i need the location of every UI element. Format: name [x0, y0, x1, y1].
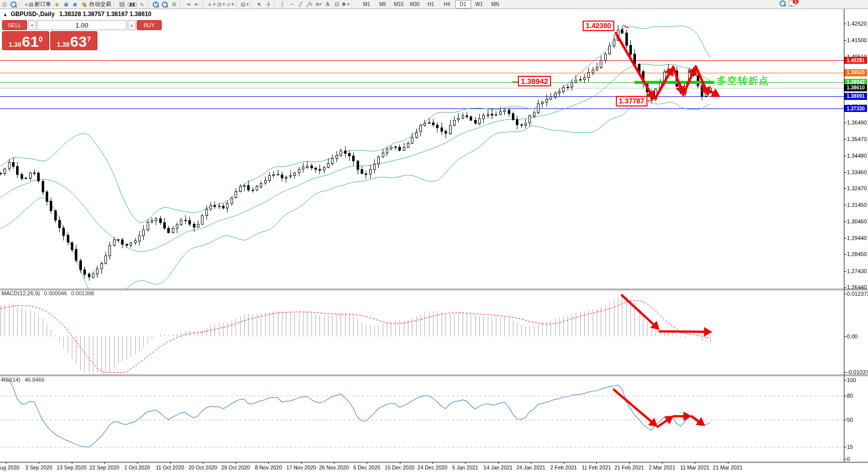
- buy-price-sup: 7: [87, 32, 91, 47]
- auto-scroll-icon[interactable]: ⇥: [183, 1, 192, 8]
- timeframe-group: M1M5M15M30H1H4D1W1MN: [359, 0, 503, 9]
- toolbar-separator: [19, 1, 22, 8]
- price-axis-tick: 1.28450: [847, 251, 867, 257]
- main-toolbar: ◫ ＋▤ 新订单 ◆ ▣ ◉ ⬢● 自动交易 ||| ◨◧ ∿ + − ⊞ ⇥ …: [0, 0, 868, 9]
- tile-windows-icon[interactable]: ⊞: [169, 1, 178, 8]
- date-axis-label: 15 Dec 2020: [385, 464, 415, 470]
- arrows-dropdown-icon[interactable]: ✥▼: [341, 1, 350, 8]
- macd-signal-value: 0.001398: [71, 290, 94, 296]
- timeframe-button-m30[interactable]: M30: [407, 0, 423, 9]
- date-axis-label: 29 Oct 2020: [221, 464, 250, 470]
- timeframe-button-m15[interactable]: M15: [391, 0, 407, 9]
- templates-dropdown-icon[interactable]: ▱▼: [226, 1, 235, 8]
- metaeditor-icon[interactable]: ◆: [52, 1, 61, 8]
- date-axis-label: 14 Jan 2021: [484, 464, 513, 470]
- zoom-out-icon[interactable]: −: [160, 1, 169, 8]
- date-axis-label: 22 Sep 2020: [89, 464, 120, 470]
- toolbar-separator: [147, 1, 150, 8]
- date-axis-label: 26 Nov 2020: [319, 464, 349, 470]
- fibonacci-icon[interactable]: ≋F: [314, 1, 323, 8]
- chart-ohlc-values: 1.38328 1.38757 1.38167 1.38610: [59, 11, 152, 18]
- rsi-scale-label: 50: [847, 417, 853, 423]
- periods-dropdown-icon[interactable]: ◷▼: [216, 1, 226, 8]
- price-axis-tick: 1.29440: [847, 235, 867, 241]
- price-chart-canvas[interactable]: [0, 0, 868, 473]
- price-axis-tick: 1.35470: [847, 136, 867, 142]
- chart-shift-icon[interactable]: ⇤: [192, 1, 201, 8]
- one-click-trading-panel: SELL ▼ ▲ BUY 1.38 61 0 1.38 63 7: [2, 20, 97, 50]
- chart-window-icon[interactable]: ◫: [0, 1, 9, 8]
- price-level-badge: 1.38610: [844, 84, 867, 91]
- volume-decrease-button[interactable]: ▼: [28, 20, 36, 30]
- horizontal-line-icon[interactable]: ─: [287, 1, 296, 8]
- date-axis-label: 20 Oct 2020: [188, 464, 217, 470]
- rsi-value: 46.8466: [25, 377, 45, 383]
- sell-button[interactable]: SELL: [2, 20, 27, 30]
- terminal-icon[interactable]: ▣: [61, 1, 70, 8]
- date-axis-label: 6 Dec 2020: [353, 464, 380, 470]
- toolbar-separator: [202, 1, 205, 8]
- buy-price-small: 1.38: [57, 41, 69, 48]
- date-axis-label: 5 Jan 2021: [452, 464, 478, 470]
- timeframe-button-m1[interactable]: M1: [359, 0, 375, 9]
- volume-input[interactable]: [37, 20, 127, 30]
- price-axis-tick: 1.34480: [847, 153, 867, 159]
- strategy-tester-icon[interactable]: ◉: [70, 1, 79, 8]
- autotrading-icon[interactable]: ⬢●: [79, 1, 88, 8]
- toolbar-separator: [236, 1, 239, 8]
- notification-badge: 1: [793, 0, 799, 4]
- text-label-icon[interactable]: ⊡: [332, 1, 341, 8]
- date-axis-label: 24 Dec 2020: [417, 464, 448, 470]
- buy-price-big: 63: [70, 35, 87, 48]
- indicator-list-icon[interactable]: ▤▼: [240, 1, 250, 8]
- equidistant-channel-icon[interactable]: ╱E: [305, 1, 314, 8]
- price-axis-tick: 1.31450: [847, 202, 867, 208]
- crosshair-icon[interactable]: ┼: [264, 1, 273, 8]
- buy-button[interactable]: BUY: [137, 20, 162, 30]
- date-axis-label: 24 Jan 2021: [516, 464, 546, 470]
- indicators-dropdown-icon[interactable]: ＋▼: [206, 1, 216, 8]
- buy-price-display[interactable]: 1.38 63 7: [50, 31, 97, 50]
- turning-point-note[interactable]: 多空转折点: [717, 74, 770, 87]
- sell-price-display[interactable]: 1.38 61 0: [2, 31, 49, 50]
- timeframe-button-w1[interactable]: W1: [471, 0, 487, 9]
- chart-marker-icon: ▲: [3, 12, 8, 17]
- timeframe-button-mn[interactable]: MN: [487, 0, 503, 9]
- support-price-label[interactable]: 1.38942: [518, 76, 551, 86]
- rsi-label-row: RSI(14) 46.8466: [2, 377, 45, 383]
- macd-scale-label: 0.00: [847, 333, 857, 339]
- print-preview-icon[interactable]: [9, 1, 18, 8]
- timeframe-button-d1[interactable]: D1: [455, 0, 471, 9]
- volume-increase-button[interactable]: ▲: [128, 20, 136, 30]
- price-axis-tick: 1.30460: [847, 218, 867, 224]
- macd-main-value: 0.000046: [44, 290, 67, 296]
- timeframe-button-h1[interactable]: H1: [423, 0, 439, 9]
- zoom-in-icon[interactable]: +: [151, 1, 160, 8]
- trendline-icon[interactable]: ╱: [296, 1, 305, 8]
- price-level-badge: 1.40281: [844, 57, 867, 64]
- autotrading-button[interactable]: 自动交易: [88, 1, 113, 8]
- date-axis-label: 11 Feb 2021: [582, 464, 611, 470]
- timeframe-button-m5[interactable]: M5: [375, 0, 391, 9]
- line-chart-icon[interactable]: ∿: [137, 1, 146, 8]
- new-order-icon[interactable]: ＋▤: [23, 1, 34, 8]
- cursor-icon[interactable]: ↖: [255, 1, 264, 8]
- candlestick-chart-icon[interactable]: ◨◧: [127, 1, 137, 8]
- notifications-icon[interactable]: 1: [789, 1, 796, 7]
- text-icon[interactable]: A: [323, 1, 332, 8]
- search-icon[interactable]: [780, 1, 786, 7]
- swing-low-price-label[interactable]: 1.37787: [616, 96, 647, 106]
- chart-title: ▲ GBPUSD-,Daily 1.38328 1.38757 1.38167 …: [3, 11, 151, 18]
- vertical-line-icon[interactable]: │: [278, 1, 287, 8]
- peak-price-label[interactable]: 1.42380: [583, 21, 614, 31]
- bar-chart-icon[interactable]: |||: [118, 1, 127, 8]
- price-axis-tick: 1.32470: [847, 185, 867, 191]
- toolbar-separator: [274, 1, 277, 8]
- toolbar-right-icons: 1: [780, 1, 796, 7]
- macd-scale-label: 0.012372: [847, 291, 868, 297]
- new-order-button[interactable]: 新订单: [34, 1, 52, 8]
- date-axis-label: 21 Feb 2021: [614, 464, 644, 470]
- timeframe-button-h4[interactable]: H4: [439, 0, 455, 9]
- toolbar-separator: [251, 1, 254, 8]
- rsi-scale-label: 15: [847, 444, 853, 450]
